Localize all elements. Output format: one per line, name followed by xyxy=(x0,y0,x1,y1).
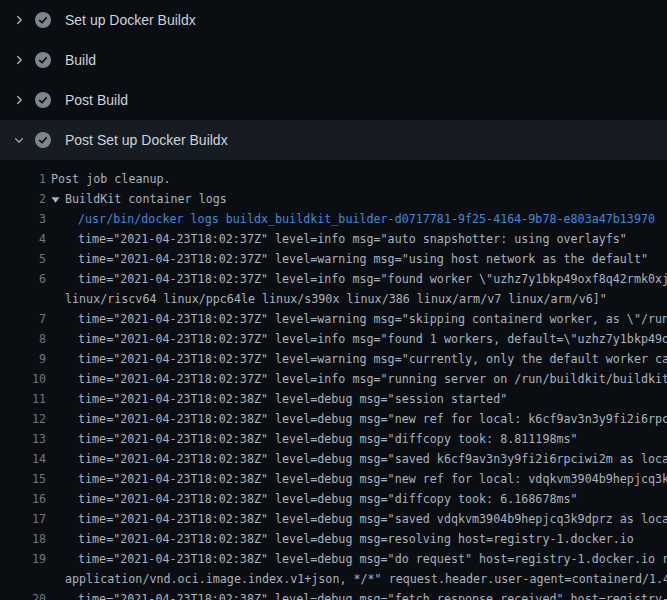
log-line: 12time="2021-04-23T18:02:38Z" level=debu… xyxy=(0,409,667,429)
log-line-number xyxy=(0,569,46,589)
step-section-build[interactable]: Build xyxy=(0,40,667,80)
log-line-text: time="2021-04-23T18:02:38Z" level=debug … xyxy=(46,549,667,569)
log-line: 20time="2021-04-23T18:02:38Z" level=debu… xyxy=(0,589,667,600)
log-line-text: time="2021-04-23T18:02:38Z" level=debug … xyxy=(46,449,667,469)
log-line-number[interactable]: 18 xyxy=(0,529,46,549)
log-line: 18time="2021-04-23T18:02:38Z" level=debu… xyxy=(0,529,667,549)
log-line-number[interactable]: 2 xyxy=(0,189,46,209)
log-line-text: time="2021-04-23T18:02:38Z" level=debug … xyxy=(46,529,634,549)
log-line-number[interactable]: 6 xyxy=(0,269,46,289)
workflow-log-viewer: Set up Docker BuildxBuildPost BuildPost … xyxy=(0,0,667,600)
log-line-number[interactable]: 10 xyxy=(0,369,46,389)
log-line-number[interactable]: 17 xyxy=(0,509,46,529)
log-line-number[interactable]: 5 xyxy=(0,249,46,269)
log-line-number[interactable]: 19 xyxy=(0,549,46,569)
log-line-text: time="2021-04-23T18:02:37Z" level=info m… xyxy=(46,229,627,249)
log-line-text: time="2021-04-23T18:02:38Z" level=debug … xyxy=(46,589,667,600)
log-line-number[interactable]: 7 xyxy=(0,309,46,329)
log-line: 5time="2021-04-23T18:02:37Z" level=warni… xyxy=(0,249,667,269)
log-line: 2BuildKit container logs xyxy=(0,189,667,209)
log-group-label: BuildKit container logs xyxy=(65,189,227,209)
log-line: 11time="2021-04-23T18:02:38Z" level=debu… xyxy=(0,389,667,409)
check-circle-icon xyxy=(35,92,51,108)
log-line-text: application/vnd.oci.image.index.v1+json,… xyxy=(46,569,667,589)
log-line: 17time="2021-04-23T18:02:38Z" level=debu… xyxy=(0,509,667,529)
log-line-number[interactable]: 11 xyxy=(0,389,46,409)
check-circle-icon xyxy=(35,132,51,148)
log-line-text: time="2021-04-23T18:02:37Z" level=info m… xyxy=(46,369,667,389)
log-line-text: time="2021-04-23T18:02:38Z" level=debug … xyxy=(46,489,578,509)
log-command-text: /usr/bin/docker logs buildx_buildkit_bui… xyxy=(46,209,655,229)
log-line: 4time="2021-04-23T18:02:37Z" level=info … xyxy=(0,229,667,249)
log-group-toggle[interactable]: BuildKit container logs xyxy=(46,189,227,209)
log-line-wrap: linux/riscv64 linux/ppc64le linux/s390x … xyxy=(0,289,667,309)
step-section-post-build[interactable]: Post Build xyxy=(0,80,667,120)
log-line-number[interactable]: 1 xyxy=(0,169,46,189)
log-line: 6time="2021-04-23T18:02:37Z" level=info … xyxy=(0,269,667,289)
log-content: 1Post job cleanup.2BuildKit container lo… xyxy=(0,160,667,600)
triangle-down-icon xyxy=(51,195,60,204)
check-circle-icon xyxy=(35,12,51,28)
step-title: Post Build xyxy=(65,92,128,108)
log-line: 1Post job cleanup. xyxy=(0,169,667,189)
log-line-text: time="2021-04-23T18:02:37Z" level=warnin… xyxy=(46,349,667,369)
chevron-down-icon[interactable] xyxy=(13,134,25,146)
log-line-number[interactable]: 4 xyxy=(0,229,46,249)
chevron-right-icon[interactable] xyxy=(13,94,25,106)
step-section-list: Set up Docker BuildxBuildPost BuildPost … xyxy=(0,0,667,160)
log-line-text: time="2021-04-23T18:02:37Z" level=warnin… xyxy=(46,309,667,329)
log-line-number[interactable]: 12 xyxy=(0,409,46,429)
log-line-text: time="2021-04-23T18:02:37Z" level=info m… xyxy=(46,329,667,349)
log-line-number[interactable]: 20 xyxy=(0,589,46,600)
log-line-number[interactable]: 15 xyxy=(0,469,46,489)
log-line-text: linux/riscv64 linux/ppc64le linux/s390x … xyxy=(46,289,607,309)
log-line-number[interactable]: 13 xyxy=(0,429,46,449)
log-line-number[interactable]: 8 xyxy=(0,329,46,349)
log-line: 15time="2021-04-23T18:02:38Z" level=debu… xyxy=(0,469,667,489)
log-line: 14time="2021-04-23T18:02:38Z" level=debu… xyxy=(0,449,667,469)
log-line-text: time="2021-04-23T18:02:37Z" level=info m… xyxy=(46,269,667,289)
log-line: 16time="2021-04-23T18:02:38Z" level=debu… xyxy=(0,489,667,509)
log-line-text: time="2021-04-23T18:02:38Z" level=debug … xyxy=(46,409,667,429)
log-line: 13time="2021-04-23T18:02:38Z" level=debu… xyxy=(0,429,667,449)
log-line-wrap: application/vnd.oci.image.index.v1+json,… xyxy=(0,569,667,589)
step-title: Build xyxy=(65,52,96,68)
log-line: 7time="2021-04-23T18:02:37Z" level=warni… xyxy=(0,309,667,329)
log-line-text: Post job cleanup. xyxy=(46,169,171,189)
log-line-number[interactable]: 16 xyxy=(0,489,46,509)
log-line-number[interactable]: 14 xyxy=(0,449,46,469)
log-line: 3/usr/bin/docker logs buildx_buildkit_bu… xyxy=(0,209,667,229)
log-line-text: time="2021-04-23T18:02:38Z" level=debug … xyxy=(46,389,507,409)
log-line-text: time="2021-04-23T18:02:38Z" level=debug … xyxy=(46,509,667,529)
log-line-text: time="2021-04-23T18:02:38Z" level=debug … xyxy=(46,469,667,489)
check-circle-icon xyxy=(35,52,51,68)
log-line-number[interactable]: 9 xyxy=(0,349,46,369)
step-section-set-up-docker-buildx[interactable]: Set up Docker Buildx xyxy=(0,0,667,40)
step-title: Set up Docker Buildx xyxy=(65,12,196,28)
log-line: 8time="2021-04-23T18:02:37Z" level=info … xyxy=(0,329,667,349)
log-line-text: time="2021-04-23T18:02:37Z" level=warnin… xyxy=(46,249,648,269)
step-title: Post Set up Docker Buildx xyxy=(65,132,228,148)
log-line: 10time="2021-04-23T18:02:37Z" level=info… xyxy=(0,369,667,389)
chevron-right-icon[interactable] xyxy=(13,14,25,26)
chevron-right-icon[interactable] xyxy=(13,54,25,66)
log-line: 9time="2021-04-23T18:02:37Z" level=warni… xyxy=(0,349,667,369)
log-line: 19time="2021-04-23T18:02:38Z" level=debu… xyxy=(0,549,667,569)
log-line-text: time="2021-04-23T18:02:38Z" level=debug … xyxy=(46,429,578,449)
log-line-number xyxy=(0,289,46,309)
step-section-post-set-up-docker-buildx[interactable]: Post Set up Docker Buildx xyxy=(0,120,667,160)
log-line-number[interactable]: 3 xyxy=(0,209,46,229)
